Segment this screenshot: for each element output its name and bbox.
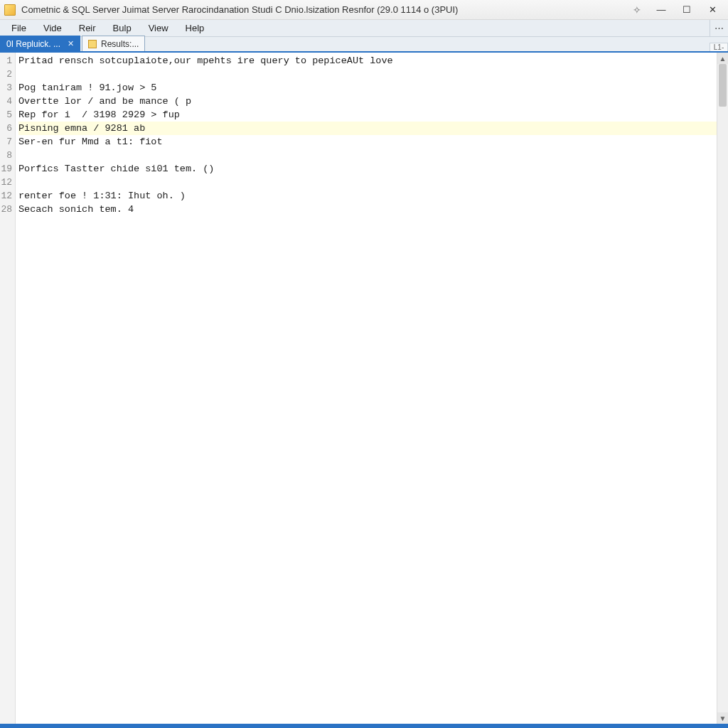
tab-label: 0I Repluick. ... bbox=[6, 39, 60, 49]
tabbar: 0I Repluick. ... ✕ Results:... L1- bbox=[0, 37, 728, 53]
editor: 1234567819121228 Pritad rensch sotcuplai… bbox=[0, 53, 728, 724]
line-number: 3 bbox=[0, 81, 15, 95]
code-line[interactable] bbox=[18, 149, 717, 162]
code-line[interactable]: Pisning emna / 9281 ab bbox=[18, 122, 717, 135]
line-number: 5 bbox=[0, 108, 15, 122]
code-line[interactable]: Secach sonich tem. 4 bbox=[18, 203, 717, 216]
close-icon[interactable]: ✕ bbox=[68, 39, 74, 48]
app-icon bbox=[4, 4, 16, 16]
tab-query[interactable]: 0I Repluick. ... ✕ bbox=[0, 36, 80, 51]
close-button[interactable]: ✕ bbox=[700, 1, 725, 18]
code-line[interactable]: renter foe ! 1:31: Ihut oh. ) bbox=[18, 189, 717, 203]
menu-vide[interactable]: Vide bbox=[35, 20, 70, 36]
line-number: 6 bbox=[0, 122, 15, 135]
line-number: 7 bbox=[0, 135, 15, 149]
code-line[interactable]: Pog taniram ! 91.jow > 5 bbox=[18, 81, 717, 95]
tab-label: Results:... bbox=[101, 39, 139, 49]
scroll-up-icon[interactable]: ▲ bbox=[717, 53, 728, 64]
line-number: 4 bbox=[0, 95, 15, 108]
code-line[interactable]: Pritad rensch sotcuplaiote,our mpehts ir… bbox=[18, 54, 717, 68]
menu-help[interactable]: Help bbox=[177, 20, 213, 36]
menubar: File Vide Reir Bulp View Help ⋯ bbox=[0, 20, 728, 37]
menu-reir[interactable]: Reir bbox=[70, 20, 105, 36]
maximize-button[interactable]: ☐ bbox=[674, 1, 700, 18]
code-line[interactable]: Overtte lor / and be mance ( p bbox=[18, 95, 717, 108]
scroll-thumb[interactable] bbox=[719, 64, 727, 107]
window-title: Cometnic & SQL Server Juimat Server Raro… bbox=[21, 4, 458, 15]
minimize-button[interactable]: — bbox=[648, 1, 674, 18]
line-number: 12 bbox=[0, 176, 15, 189]
code-line[interactable] bbox=[18, 176, 717, 189]
status-strip bbox=[0, 724, 728, 728]
tab-overflow-button[interactable]: L1- bbox=[710, 43, 728, 51]
line-gutter: 1234567819121228 bbox=[0, 53, 16, 724]
code-area[interactable]: Pritad rensch sotcuplaiote,our mpehts ir… bbox=[16, 53, 717, 724]
menu-file[interactable]: File bbox=[3, 20, 35, 36]
code-line[interactable]: Porfics Tastter chide si01 tem. () bbox=[18, 162, 717, 176]
code-line[interactable] bbox=[18, 68, 717, 81]
titlebar: Cometnic & SQL Server Juimat Server Raro… bbox=[0, 0, 728, 20]
menu-view[interactable]: View bbox=[140, 20, 177, 36]
tab-results[interactable]: Results:... bbox=[82, 36, 145, 51]
line-number: 28 bbox=[0, 203, 15, 216]
line-number: 19 bbox=[0, 162, 15, 176]
line-number: 8 bbox=[0, 149, 15, 162]
favorite-icon[interactable]: ✧ bbox=[633, 4, 641, 16]
line-number: 12 bbox=[0, 189, 15, 203]
vertical-scrollbar[interactable]: ▲ ▼ bbox=[717, 53, 728, 724]
toolbar-overflow-icon[interactable]: ⋯ bbox=[710, 20, 728, 36]
menu-bulp[interactable]: Bulp bbox=[105, 20, 140, 36]
document-icon bbox=[88, 40, 97, 48]
scroll-down-icon[interactable]: ▼ bbox=[717, 712, 728, 724]
code-line[interactable]: Ser-en fur Mmd a t1: fiot bbox=[18, 135, 717, 149]
line-number: 1 bbox=[0, 54, 15, 68]
line-number: 2 bbox=[0, 68, 15, 81]
code-line[interactable]: Rep for i / 3198 2929 > fup bbox=[18, 108, 717, 122]
